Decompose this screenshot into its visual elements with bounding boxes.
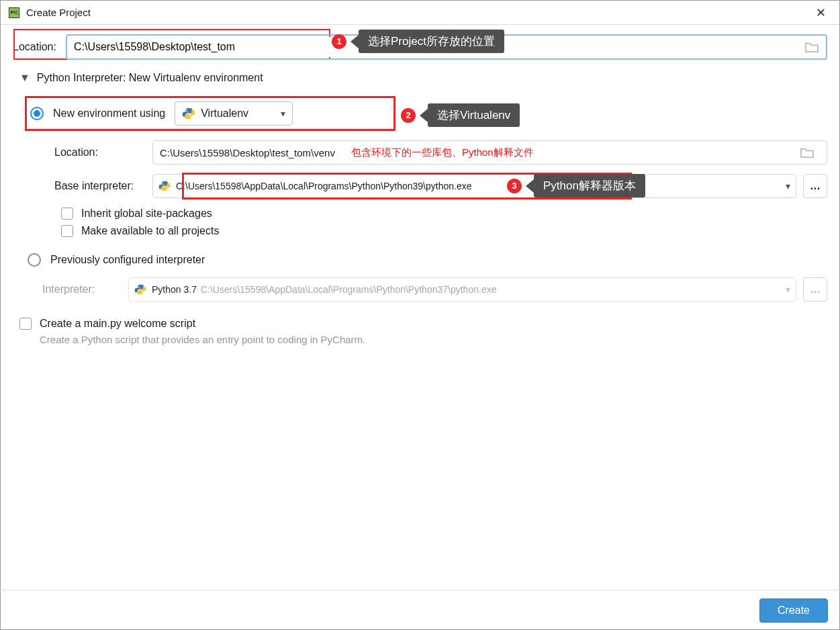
venv-location-value: C:\Users\15598\Desktop\test_tom\venv: [160, 147, 335, 159]
callout-arrow: [526, 179, 534, 193]
callout-arrow: [351, 35, 359, 48]
svg-point-4: [138, 285, 138, 286]
section-title: Python Interpreter: New Virtualenv envir…: [37, 72, 263, 84]
python-icon: [158, 180, 171, 192]
prev-interpreter-name: Python 3.7: [152, 284, 197, 295]
svg-point-5: [142, 292, 142, 293]
base-interpreter-dropdown[interactable]: C:\Users\15598\AppData\Local\Programs\Py…: [152, 174, 796, 198]
callout-num-1: 1: [332, 34, 346, 49]
prev-interpreter-dropdown: Python 3.7 C:\Users\15598\AppData\Local\…: [128, 277, 796, 302]
prev-interpreter-label: Interpreter:: [42, 283, 128, 296]
env-type-value: Virtualenv: [201, 107, 270, 120]
previously-configured-label: Previously configured interpreter: [50, 254, 205, 266]
new-env-radio-row: New environment using Virtualenv ▾ 2 选择V…: [25, 96, 827, 131]
callout-text-1: 选择Project所存放的位置: [359, 30, 504, 53]
python-icon: [134, 283, 146, 296]
main-script-checkbox[interactable]: [19, 318, 32, 330]
inherit-checkbox[interactable]: [61, 208, 73, 220]
callout-arrow: [420, 109, 428, 122]
venv-location-label: Location:: [54, 146, 152, 159]
callout-1: 1 选择Project所存放的位置: [332, 30, 504, 53]
callout-text-3: Python解释器版本: [534, 174, 645, 197]
svg-point-2: [162, 182, 162, 183]
previously-configured-radio[interactable]: [28, 253, 41, 267]
svg-point-0: [186, 109, 187, 111]
content: Location: 1 选择Project所存放的位置 ▼ Python Int…: [1, 25, 839, 355]
svg-point-3: [166, 189, 167, 189]
main-script-hint: Create a Python script that provides an …: [40, 334, 827, 345]
main-script-label: Create a main.py welcome script: [40, 318, 195, 330]
inherit-checkbox-row: Inherit global site-packages: [61, 208, 827, 220]
env-type-dropdown[interactable]: Virtualenv ▾: [175, 101, 293, 126]
python-icon: [182, 107, 195, 120]
callout-text-2: 选择Virtualenv: [428, 103, 520, 127]
pycharm-icon: PC: [9, 7, 19, 18]
more-button[interactable]: …: [803, 174, 827, 198]
main-script-row: Create a main.py welcome script: [19, 318, 827, 330]
new-env-block: New environment using Virtualenv ▾ 2 选择V…: [25, 96, 827, 237]
make-available-checkbox-row: Make available to all projects: [61, 225, 827, 237]
inherit-label: Inherit global site-packages: [81, 208, 212, 220]
titlebar: PC Create Project ✕: [1, 1, 839, 25]
callout-3: 3 Python解释器版本: [507, 174, 645, 197]
folder-icon[interactable]: [804, 41, 819, 53]
prev-interpreter-row: Interpreter: Python 3.7 C:\Users\15598\A…: [42, 277, 827, 302]
callout-num-3: 3: [507, 179, 522, 193]
venv-location-row: Location: C:\Users\15598\Desktop\test_to…: [54, 140, 827, 165]
make-available-checkbox[interactable]: [61, 225, 73, 237]
window-title: Create Project: [26, 7, 91, 18]
more-button-disabled: …: [803, 277, 827, 302]
location-row: Location: 1 选择Project所存放的位置: [13, 34, 827, 60]
new-env-label: New environment using: [53, 107, 165, 120]
chevron-down-icon: ▾: [786, 284, 790, 295]
footer: Create: [0, 590, 840, 630]
base-interpreter-value: C:\Users\15598\AppData\Local\Programs\Py…: [176, 181, 471, 191]
chevron-down-icon: ▾: [786, 181, 790, 191]
new-env-radio[interactable]: [30, 107, 44, 120]
chevron-down-icon: ▼: [19, 72, 30, 84]
callout-2: 2 选择Virtualenv: [401, 103, 520, 127]
close-icon[interactable]: ✕: [810, 3, 831, 23]
make-available-label: Make available to all projects: [81, 225, 219, 237]
location-label: Location:: [13, 41, 56, 53]
interpreter-section-header[interactable]: ▼ Python Interpreter: New Virtualenv env…: [19, 72, 827, 84]
venv-location-note: 包含环境下的一些库包、Python解释文件: [351, 146, 534, 159]
prev-interpreter-path: C:\Users\15598\AppData\Local\Programs\Py…: [201, 284, 496, 295]
create-button[interactable]: Create: [759, 598, 828, 623]
folder-icon[interactable]: [800, 146, 814, 159]
base-interpreter-label: Base interpreter:: [54, 180, 152, 192]
svg-point-1: [191, 117, 192, 118]
venv-location-field[interactable]: C:\Users\15598\Desktop\test_tom\venv 包含环…: [152, 140, 827, 165]
previously-configured-row: Previously configured interpreter: [28, 253, 827, 267]
callout-num-2: 2: [401, 108, 416, 123]
chevron-down-icon: ▾: [281, 108, 285, 119]
base-interpreter-row: Base interpreter: C:\Users\15598\AppData…: [54, 174, 827, 198]
